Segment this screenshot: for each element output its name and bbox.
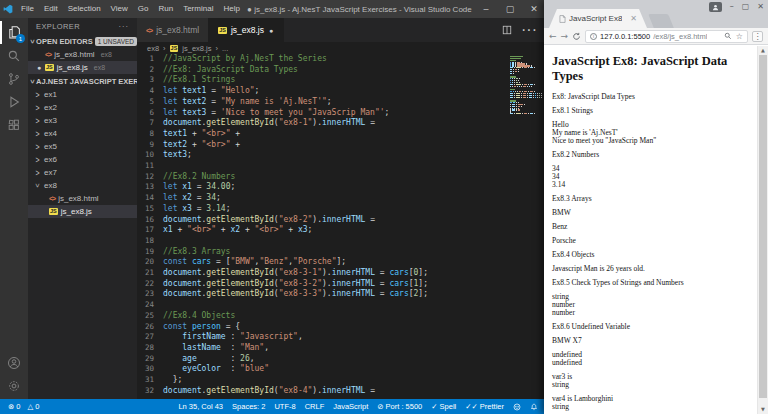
- code-line: 26const person = {: [137, 322, 546, 333]
- folder-name: ex5: [44, 142, 57, 151]
- search-icon[interactable]: [0, 44, 28, 67]
- browser-menu-icon[interactable]: ⋮: [752, 31, 763, 42]
- status-ln-35-col-43[interactable]: Ln 35, Col 43: [178, 402, 223, 411]
- code-line: 15let x3 = 3.14;: [137, 204, 546, 215]
- browser-minimize-button[interactable]: –: [730, 2, 734, 12]
- status-prettier[interactable]: ✓✓Prettier: [465, 402, 504, 411]
- menu-view[interactable]: View: [106, 0, 133, 18]
- problems-indicator[interactable]: ⊗0 △0: [8, 402, 39, 411]
- run-debug-icon[interactable]: [0, 90, 28, 113]
- open-editor-item[interactable]: ●JSjs_ex8.jsex8: [28, 61, 137, 74]
- folder-ex8[interactable]: >ex8: [28, 179, 137, 192]
- status-port-5500[interactable]: ⊘Port : 5500: [377, 402, 422, 411]
- vscode-logo-icon[interactable]: [0, 4, 16, 14]
- menu-help[interactable]: Help: [218, 0, 244, 18]
- file-name: js_ex8.html: [54, 50, 94, 59]
- paragraph: Benz: [552, 223, 753, 231]
- menu-go[interactable]: Go: [133, 0, 154, 18]
- folder-ex1[interactable]: >ex1: [28, 88, 137, 101]
- split-editor-icon[interactable]: [502, 25, 512, 35]
- breadcrumb-symbol[interactable]: ...: [222, 44, 228, 53]
- open-editors-section[interactable]: > OPEN EDITORS 1 UNSAVED: [28, 34, 137, 48]
- browser-maximize-button[interactable]: ▢: [742, 2, 750, 12]
- new-tab-button[interactable]: [648, 14, 674, 28]
- code-line: 10text3;: [137, 150, 546, 161]
- code-line: 17x1 + "<br>" + x2 + "<br>" + x3;: [137, 225, 546, 236]
- more-actions-icon[interactable]: ···: [521, 21, 537, 39]
- explorer-sidebar: EXPLORER ··· > OPEN EDITORS 1 UNSAVED <>…: [28, 18, 137, 399]
- account-icon[interactable]: [0, 351, 28, 374]
- sidebar-more-icon[interactable]: ···: [119, 22, 130, 31]
- notifications-bell-icon[interactable]: [530, 402, 538, 411]
- modified-dot: ●: [36, 64, 42, 71]
- zoom-icon[interactable]: [724, 32, 732, 40]
- breadcrumb-file[interactable]: js_ex8.js: [182, 44, 211, 53]
- settings-gear-icon[interactable]: [0, 374, 28, 397]
- profile-button[interactable]: [709, 2, 722, 12]
- address-bar[interactable]: i 127.0.0.1:5500/ex8/js_ex8.html ☆: [585, 30, 748, 43]
- code-text: document.getElementById("ex8-2").innerHT…: [163, 215, 375, 226]
- file-js_ex8.html[interactable]: <>js_ex8.html: [28, 192, 137, 205]
- paragraph: var3 isstring: [552, 373, 753, 389]
- folder-ex3[interactable]: >ex3: [28, 114, 137, 127]
- tab-js_ex8.html[interactable]: <>js_ex8.html: [137, 18, 209, 42]
- code-content[interactable]: 1//JavaScript by Aj.NesT the Series2//Ex…: [137, 54, 546, 397]
- file-js_ex8.js[interactable]: JSjs_ex8.js: [28, 205, 137, 218]
- status-spaces-2[interactable]: Spaces: 2: [232, 402, 265, 411]
- menu-terminal[interactable]: Terminal: [178, 0, 218, 18]
- code-line: 11: [137, 161, 546, 172]
- scrollbar-thumb[interactable]: [759, 55, 767, 398]
- extensions-icon[interactable]: [0, 113, 28, 136]
- minimap[interactable]: [510, 56, 542, 115]
- js-file-icon: JS: [218, 27, 227, 34]
- status-crlf[interactable]: CRLF: [305, 402, 325, 411]
- breadcrumb-separator: ›: [216, 44, 219, 53]
- browser-scrollbar[interactable]: ▲ ▼: [757, 46, 768, 414]
- status-utf-8[interactable]: UTF-8: [274, 402, 295, 411]
- feedback-icon[interactable]: [513, 403, 521, 411]
- close-button[interactable]: ✕: [522, 0, 546, 18]
- line-number: 11: [137, 161, 163, 172]
- paragraph: Javascript Man is 26 years old.: [552, 265, 753, 273]
- paragraph: BMW X7: [552, 337, 753, 345]
- breadcrumb-folder[interactable]: ex8: [147, 44, 159, 53]
- line-number: 17: [137, 225, 163, 236]
- paragraph: Ex8.1 Strings: [552, 107, 753, 115]
- code-line: 19//Ex8.3 Arrays: [137, 247, 546, 258]
- folder-ex5[interactable]: >ex5: [28, 140, 137, 153]
- source-control-icon[interactable]: [0, 67, 28, 90]
- code-text: let x1 = 34.00;: [163, 182, 235, 193]
- menu-run[interactable]: Run: [153, 0, 178, 18]
- folder-ex2[interactable]: >ex2: [28, 101, 137, 114]
- reload-icon[interactable]: [572, 32, 581, 41]
- open-editor-item[interactable]: <>js_ex8.htmlex8: [28, 48, 137, 61]
- scroll-up-icon[interactable]: ▲: [758, 47, 768, 53]
- explorer-icon[interactable]: 1: [0, 21, 28, 44]
- chevron-right-icon: >: [34, 103, 41, 111]
- code-text: //Ex8.3 Arrays: [163, 247, 230, 258]
- paragraph: var4 is Lamborghinistring: [552, 395, 753, 411]
- folder-ex6[interactable]: >ex6: [28, 153, 137, 166]
- menu-file[interactable]: File: [16, 0, 39, 18]
- status-javascript[interactable]: JavaScript: [333, 402, 368, 411]
- status-spell[interactable]: ✓Spell: [431, 402, 456, 411]
- browser-close-button[interactable]: ✕: [757, 2, 764, 12]
- menu-selection[interactable]: Selection: [63, 0, 106, 18]
- maximize-button[interactable]: ▢: [498, 0, 522, 18]
- warning-icon: △: [27, 402, 33, 411]
- folder-ex7[interactable]: >ex7: [28, 166, 137, 179]
- tab-js_ex8.js[interactable]: JSjs_ex8.js●: [209, 18, 284, 42]
- forward-icon[interactable]: →: [561, 32, 569, 41]
- scroll-down-icon[interactable]: ▼: [758, 406, 768, 412]
- folder-ex4[interactable]: >ex4: [28, 127, 137, 140]
- bookmark-star-icon[interactable]: ☆: [736, 32, 743, 41]
- tab-close-icon[interactable]: ✕: [630, 14, 637, 23]
- workspace-section[interactable]: > AJ.NEST JAVASCRIPT EXERCI...: [28, 74, 137, 88]
- file-tree: >ex1>ex2>ex3>ex4>ex5>ex6>ex7>ex8<>js_ex8…: [28, 88, 137, 218]
- info-icon[interactable]: i: [590, 33, 597, 40]
- browser-tab[interactable]: JavaScript Ex8 ✕: [549, 9, 647, 28]
- menu-edit[interactable]: Edit: [39, 0, 63, 18]
- back-icon[interactable]: ←: [549, 32, 557, 41]
- vscode-window: FileEditSelectionViewGoRunTerminalHelp ●…: [0, 0, 546, 414]
- minimize-button[interactable]: –: [474, 0, 498, 18]
